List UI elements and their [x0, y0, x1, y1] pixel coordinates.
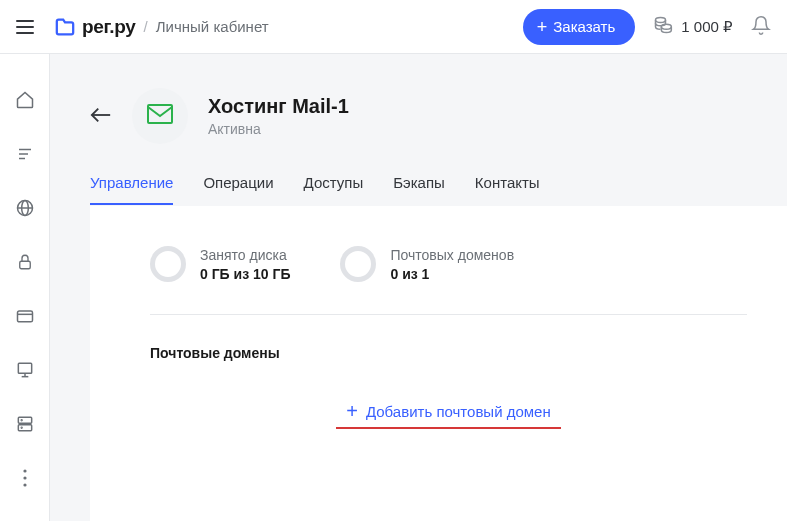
- svg-rect-15: [18, 425, 31, 431]
- svg-point-1: [662, 24, 672, 29]
- sidebar-item-list[interactable]: [13, 142, 37, 166]
- svg-point-20: [23, 483, 26, 486]
- sidebar-item-billing[interactable]: [13, 304, 37, 328]
- svg-rect-22: [148, 105, 172, 123]
- svg-rect-9: [17, 311, 32, 322]
- sidebar-nav: [0, 54, 50, 521]
- top-header: рег.ру / Личный кабинет + Заказать 1 000…: [0, 0, 787, 54]
- add-mail-domain-button[interactable]: + Добавить почтовый домен: [346, 401, 550, 425]
- tab-3[interactable]: Бэкапы: [393, 174, 445, 205]
- svg-point-19: [23, 476, 26, 479]
- stat-value: 0 ГБ из 10 ГБ: [200, 266, 290, 282]
- add-domain-label: Добавить почтовый домен: [366, 403, 551, 420]
- stats-row: Занято диска0 ГБ из 10 ГБПочтовых домено…: [150, 246, 747, 315]
- bell-icon: [751, 21, 771, 38]
- logo-link[interactable]: рег.ру: [54, 16, 136, 38]
- svg-rect-11: [18, 363, 31, 373]
- plus-icon: +: [346, 401, 358, 421]
- svg-point-0: [656, 17, 666, 22]
- tab-0[interactable]: Управление: [90, 174, 173, 205]
- breadcrumb-item[interactable]: Личный кабинет: [156, 18, 269, 35]
- sidebar-item-server[interactable]: [13, 358, 37, 382]
- main-content: Хостинг Mail-1 Активна УправлениеОпераци…: [50, 54, 787, 521]
- menu-toggle[interactable]: [16, 15, 40, 39]
- tabs-nav: УправлениеОперацииДоступыБэкапыКонтакты: [90, 174, 747, 206]
- stat-0: Занято диска0 ГБ из 10 ГБ: [150, 246, 290, 282]
- section-title: Почтовые домены: [150, 345, 747, 361]
- mail-icon: [146, 103, 174, 129]
- order-button[interactable]: + Заказать: [523, 9, 636, 45]
- folder-icon: [54, 17, 76, 37]
- sidebar-item-home[interactable]: [13, 88, 37, 112]
- notifications-button[interactable]: [751, 15, 771, 39]
- plus-icon: +: [537, 18, 548, 36]
- stat-1: Почтовых доменов0 из 1: [340, 246, 514, 282]
- balance-link[interactable]: 1 000 ₽: [653, 15, 733, 39]
- sidebar-item-security[interactable]: [13, 250, 37, 274]
- sidebar-item-storage[interactable]: [13, 412, 37, 436]
- svg-point-17: [21, 427, 22, 428]
- highlight-underline: [336, 427, 561, 429]
- balance-amount: 1 000 ₽: [681, 18, 733, 36]
- tab-2[interactable]: Доступы: [304, 174, 364, 205]
- sidebar-item-more[interactable]: [13, 466, 37, 490]
- management-panel: Занято диска0 ГБ из 10 ГБПочтовых домено…: [90, 206, 787, 521]
- page-title: Хостинг Mail-1: [208, 95, 349, 118]
- service-avatar: [132, 88, 188, 144]
- progress-ring-icon: [340, 246, 376, 282]
- stat-label: Почтовых доменов: [390, 247, 514, 263]
- coins-icon: [653, 15, 673, 39]
- service-status: Активна: [208, 121, 349, 137]
- svg-rect-8: [19, 261, 30, 269]
- progress-ring-icon: [150, 246, 186, 282]
- stat-value: 0 из 1: [390, 266, 514, 282]
- svg-point-16: [21, 420, 22, 421]
- order-button-label: Заказать: [553, 18, 615, 35]
- breadcrumb-separator: /: [144, 18, 148, 35]
- svg-point-18: [23, 469, 26, 472]
- tab-4[interactable]: Контакты: [475, 174, 540, 205]
- tab-1[interactable]: Операции: [203, 174, 273, 205]
- back-arrow[interactable]: [90, 103, 112, 129]
- logo-text: рег.ру: [82, 16, 136, 38]
- stat-label: Занято диска: [200, 247, 290, 263]
- svg-rect-14: [18, 417, 31, 423]
- sidebar-item-globe[interactable]: [13, 196, 37, 220]
